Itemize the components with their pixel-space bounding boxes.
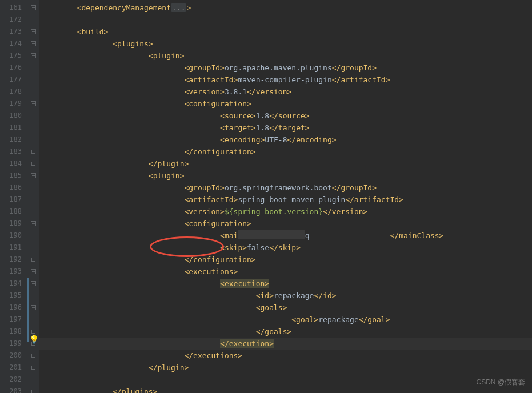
redacted-box <box>238 230 305 239</box>
fold-marker[interactable] <box>27 254 39 266</box>
line-number: 199 <box>0 338 27 350</box>
fold-marker[interactable] <box>27 26 39 38</box>
line-number: 202 <box>0 374 27 386</box>
code-line[interactable]: <artifactId>maven-compiler-plugin</artif… <box>39 74 532 86</box>
code-line[interactable]: </plugin> <box>39 158 532 170</box>
line-number: 161 <box>0 2 27 14</box>
fold-marker[interactable] <box>27 146 39 158</box>
code-line[interactable]: </configuration> <box>39 254 532 266</box>
line-number: 178 <box>0 86 27 98</box>
code-line[interactable]: <id>repackage</id> <box>39 290 532 302</box>
code-line[interactable]: </plugin> <box>39 362 532 374</box>
fold-marker[interactable] <box>27 86 39 98</box>
watermark-text: CSDN @假客套 <box>476 378 525 387</box>
fold-marker[interactable] <box>27 62 39 74</box>
code-line[interactable]: <artifactId>spring-boot-maven-plugin</ar… <box>39 194 532 206</box>
line-number-gutter: 1611721731741751761771781791801811821831… <box>0 0 27 393</box>
fold-marker[interactable] <box>27 134 39 146</box>
line-number: 185 <box>0 170 27 182</box>
intention-bulb-icon[interactable]: 💡 <box>29 335 39 344</box>
code-line[interactable]: <configuration> <box>39 218 532 230</box>
fold-gutter[interactable] <box>27 0 39 393</box>
line-number: 194 <box>0 278 27 290</box>
fold-marker[interactable] <box>27 218 39 230</box>
fold-marker[interactable] <box>27 314 39 326</box>
code-line[interactable]: </execution> <box>39 338 532 350</box>
code-line[interactable]: <execution> <box>39 278 532 290</box>
line-number: 197 <box>0 314 27 326</box>
fold-marker[interactable] <box>27 170 39 182</box>
fold-marker[interactable] <box>27 242 39 254</box>
line-number: 176 <box>0 62 27 74</box>
fold-marker[interactable] <box>27 98 39 110</box>
fold-marker[interactable] <box>27 290 39 302</box>
fold-marker[interactable] <box>27 278 39 290</box>
code-line[interactable]: <plugins> <box>39 38 532 50</box>
line-number: 201 <box>0 362 27 374</box>
fold-marker[interactable] <box>27 194 39 206</box>
fold-marker[interactable] <box>27 386 39 393</box>
line-number: 173 <box>0 26 27 38</box>
fold-marker[interactable] <box>27 50 39 62</box>
code-editor[interactable]: 1611721731741751761771781791801811821831… <box>0 0 532 393</box>
fold-marker[interactable] <box>27 2 39 14</box>
change-marker <box>27 278 29 342</box>
fold-marker[interactable] <box>27 14 39 26</box>
fold-marker[interactable] <box>27 350 39 362</box>
line-number: 180 <box>0 110 27 122</box>
line-number: 172 <box>0 14 27 26</box>
line-number: 177 <box>0 74 27 86</box>
line-number: 193 <box>0 266 27 278</box>
line-number: 189 <box>0 218 27 230</box>
line-number: 179 <box>0 98 27 110</box>
line-number: 183 <box>0 146 27 158</box>
line-number: 187 <box>0 194 27 206</box>
code-line[interactable]: <groupId>org.apache.maven.plugins</group… <box>39 62 532 74</box>
code-line[interactable]: <executions> <box>39 266 532 278</box>
code-line[interactable]: </plugins> <box>39 386 532 393</box>
code-line[interactable]: </configuration> <box>39 146 532 158</box>
fold-marker[interactable] <box>27 110 39 122</box>
code-line[interactable]: </executions> <box>39 350 532 362</box>
fold-marker[interactable] <box>27 182 39 194</box>
code-line[interactable]: <skip>false</skip> <box>39 242 532 254</box>
line-number: 186 <box>0 182 27 194</box>
code-area[interactable]: <dependencyManagement...> <build> <plugi… <box>39 0 532 393</box>
code-line[interactable]: <plugin> <box>39 170 532 182</box>
code-line[interactable]: <dependencyManagement...> <box>39 2 532 14</box>
code-line[interactable]: <groupId>org.springframework.boot</group… <box>39 182 532 194</box>
line-number: 196 <box>0 302 27 314</box>
code-line[interactable]: <goals> <box>39 302 532 314</box>
code-line[interactable]: <build> <box>39 26 532 38</box>
code-line[interactable]: <encoding>UTF-8</encoding> <box>39 134 532 146</box>
code-line[interactable]: <version>${spring-boot.version}</version… <box>39 206 532 218</box>
code-line[interactable]: <target>1.8</target> <box>39 122 532 134</box>
code-line[interactable]: <plugin> <box>39 50 532 62</box>
fold-marker[interactable] <box>27 266 39 278</box>
line-number: 175 <box>0 50 27 62</box>
fold-marker[interactable] <box>27 362 39 374</box>
line-number: 190 <box>0 230 27 242</box>
fold-marker[interactable] <box>27 74 39 86</box>
line-number: 191 <box>0 242 27 254</box>
line-number: 200 <box>0 350 27 362</box>
code-line[interactable]: </goals> <box>39 326 532 338</box>
fold-marker[interactable] <box>27 206 39 218</box>
code-line[interactable] <box>39 374 532 386</box>
fold-marker[interactable] <box>27 38 39 50</box>
fold-marker[interactable] <box>27 158 39 170</box>
code-line[interactable] <box>39 14 532 26</box>
line-number: 174 <box>0 38 27 50</box>
fold-marker[interactable] <box>27 302 39 314</box>
fold-marker[interactable] <box>27 230 39 242</box>
fold-marker[interactable] <box>27 374 39 386</box>
code-line[interactable]: <source>1.8</source> <box>39 110 532 122</box>
code-line[interactable]: <version>3.8.1</version> <box>39 86 532 98</box>
fold-marker[interactable] <box>27 122 39 134</box>
code-line[interactable]: <configuration> <box>39 98 532 110</box>
code-line[interactable]: <goal>repackage</goal> <box>39 314 532 326</box>
line-number: 203 <box>0 386 27 393</box>
line-number: 198 <box>0 326 27 338</box>
line-number: 195 <box>0 290 27 302</box>
line-number: 188 <box>0 206 27 218</box>
